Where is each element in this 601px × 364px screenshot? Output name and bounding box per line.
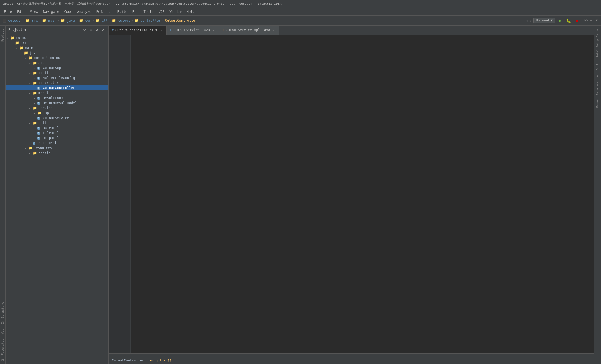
editor-breadcrumb: CutoutController › imgUpload() xyxy=(109,356,594,364)
tree-item-controller[interactable]: ▾📁controller xyxy=(6,80,108,85)
tab-icon-i3: I xyxy=(222,28,224,32)
right-panel: Rebel Setup Guide Ant Build Database Mav… xyxy=(594,26,601,364)
tab-close-3[interactable]: ✕ xyxy=(272,28,276,32)
main-layout: Project Z: Structure Web 2: Favorites Pr… xyxy=(0,26,601,364)
tree-item-static[interactable]: ▸📁static xyxy=(6,151,108,156)
tree-item-java[interactable]: ▾📁java xyxy=(6,50,108,55)
sidebar-toolbar: ⟳ ▤ ⚙ ✕ xyxy=(82,27,105,32)
menu-item-navigate[interactable]: Navigate xyxy=(41,9,61,14)
tree-item-ReturnResultModel[interactable]: ▸CReturnResultModel xyxy=(6,100,108,105)
tree-item-CutoutAop[interactable]: ▸CCutoutAop xyxy=(6,65,108,70)
breadcrumb-controller: 📁 controller xyxy=(134,19,161,23)
stop-button[interactable]: ■ xyxy=(573,17,580,24)
tree-item-src[interactable]: ▾📁src xyxy=(6,40,108,45)
tree-item-service[interactable]: ▾📁service xyxy=(6,105,108,110)
tree-item-com.ctl.cutout[interactable]: ▾📁com.ctl.cutout xyxy=(6,55,108,60)
breadcrumb-src: 📁 src xyxy=(26,19,38,23)
left-panel-tabs: Project Z: Structure Web 2: Favorites xyxy=(0,26,6,364)
code-editor xyxy=(109,35,594,353)
menu-item-tools[interactable]: Tools xyxy=(141,9,156,14)
menu-item-edit[interactable]: Edit xyxy=(15,9,27,14)
tree-item-aop[interactable]: ▾📁aop xyxy=(6,60,108,65)
menu-item-code[interactable]: Code xyxy=(62,9,75,14)
breadcrumb-nav: 📁 src › 📁 main › 📁 java › 📁 com › 📁 ctl … xyxy=(26,19,197,23)
line-numbers xyxy=(117,35,131,353)
tab-web[interactable]: Web xyxy=(0,326,6,336)
tab-cutout-service-impl[interactable]: I CutoutServiceimpl.java ✕ xyxy=(219,26,279,35)
project-icon: ⬛ xyxy=(2,19,6,23)
gutter-area xyxy=(109,35,117,353)
sync-btn[interactable]: ⟳ xyxy=(82,27,87,32)
menu-item-help[interactable]: Help xyxy=(184,9,197,14)
tree-item-cutout[interactable]: ▾📁cutout xyxy=(6,35,108,40)
tab-cutout-service[interactable]: C CutoutService.java ✕ xyxy=(167,26,219,35)
tree-item-utils[interactable]: ▾📁utils xyxy=(6,120,108,126)
tree-item-config[interactable]: ▾📁config xyxy=(6,70,108,75)
breadcrumb-java: 📁 java xyxy=(61,19,75,23)
menu-item-vcs[interactable]: VCS xyxy=(156,9,167,14)
debug-button[interactable]: 🐛 xyxy=(565,17,572,24)
breadcrumb-class: CutoutController xyxy=(165,19,197,23)
menu-item-build[interactable]: Build xyxy=(115,9,130,14)
tab-close-2[interactable]: ✕ xyxy=(211,28,215,32)
run-config[interactable]: Unnamed ▼ xyxy=(533,18,555,23)
tree-item-MulferFileConfig[interactable]: ▸CMulterFileConfig xyxy=(6,75,108,80)
menu-item-analyze[interactable]: Analyze xyxy=(75,9,93,14)
tab-label-1: CutoutController.java xyxy=(115,28,158,32)
menu-item-view[interactable]: View xyxy=(28,9,40,14)
tab-icon-c1: C xyxy=(112,29,114,32)
tab-project[interactable]: Project xyxy=(0,27,6,44)
project-tree: ▾📁cutout▾📁src▾📁main▾📁java▾📁com.ctl.cutou… xyxy=(6,34,108,364)
tree-item-FileUtil[interactable]: CFileUtil xyxy=(6,131,108,136)
tree-item-imp[interactable]: ▸📁imp xyxy=(6,110,108,115)
sidebar-title: Project ▼ xyxy=(8,28,26,32)
horizontal-scrollbar[interactable] xyxy=(109,353,594,356)
forward-btn[interactable]: ▷ xyxy=(530,19,532,23)
tree-item-main[interactable]: ▾📁main xyxy=(6,45,108,50)
back-btn[interactable]: ◁ xyxy=(526,19,528,23)
breadcrumb-com: 📁 com xyxy=(79,19,91,23)
tab-database[interactable]: Database xyxy=(595,79,600,97)
title-text: cutout [C:\进大龙股份公司SVN代码审核（实卡得）后台服务代码(cut… xyxy=(2,2,282,6)
tree-item-model[interactable]: ▾📁model xyxy=(6,90,108,95)
tab-icon-c2: C xyxy=(170,28,172,32)
tab-ant-build[interactable]: Ant Build xyxy=(595,60,600,79)
tree-item-HttpUtil[interactable]: CHttpUtil xyxy=(6,136,108,141)
project-sidebar: Project ▼ ⟳ ▤ ⚙ ✕ ▾📁cutout▾📁src▾📁main▾📁j… xyxy=(6,26,109,364)
toolbar: ⬛ cutout › 📁 src › 📁 main › 📁 java › 📁 c… xyxy=(0,16,601,26)
breadcrumb-ctl: 📁 ctl xyxy=(95,19,108,23)
tree-item-ResultEnum[interactable]: ▸CResultEnum xyxy=(6,95,108,100)
tab-structure[interactable]: Z: Structure xyxy=(0,300,6,326)
project-label[interactable]: cutout xyxy=(8,19,20,23)
tab-maven[interactable]: Maven xyxy=(595,97,600,110)
menu-bar: FileEditViewNavigateCodeAnalyzeRefactorB… xyxy=(0,8,601,16)
title-bar: cutout [C:\进大龙股份公司SVN代码审核（实卡得）后台服务代码(cut… xyxy=(0,0,601,8)
toolbar-right: ◁ ▷ Unnamed ▼ ▶ 🐛 ■ JRebel ▼ xyxy=(526,17,599,24)
gutter-16[interactable] xyxy=(109,35,117,41)
menu-item-window[interactable]: Window xyxy=(167,9,184,14)
menu-item-file[interactable]: File xyxy=(2,9,14,14)
jrebel-label[interactable]: JRebel ▼ xyxy=(582,19,599,22)
menu-item-run[interactable]: Run xyxy=(130,9,141,14)
tab-label-3: CutoutServiceimpl.java xyxy=(226,28,270,32)
close-sidebar-btn[interactable]: ✕ xyxy=(100,27,105,32)
tab-rebel-setup[interactable]: Rebel Setup Guide xyxy=(595,27,600,60)
breadcrumb-controller: CutoutController xyxy=(112,358,144,362)
collapse-all-btn[interactable]: ▤ xyxy=(88,27,93,32)
tree-item-CutoutController[interactable]: CCutoutController xyxy=(6,85,108,90)
tree-item-CutoutService[interactable]: CCutoutService xyxy=(6,115,108,120)
run-button[interactable]: ▶ xyxy=(557,17,563,24)
settings-btn[interactable]: ⚙ xyxy=(94,27,99,32)
tab-label-2: CutoutService.java xyxy=(174,28,210,32)
tab-close-1[interactable]: ✕ xyxy=(159,28,163,32)
menu-item-refactor[interactable]: Refactor xyxy=(94,9,115,14)
editor-tab-bar: C CutoutController.java ✕ C CutoutServic… xyxy=(109,26,594,35)
tree-item-DateUtil[interactable]: CDateUtil xyxy=(6,126,108,131)
tab-favorites[interactable]: 2: Favorites xyxy=(0,336,6,363)
tree-item-resources[interactable]: ▾📁resources xyxy=(6,146,108,151)
breadcrumb-main: 📁 main xyxy=(42,19,56,23)
tree-item-cutoutMain[interactable]: CcutoutMain xyxy=(6,141,108,146)
code-content[interactable] xyxy=(131,35,594,353)
tab-cutout-controller[interactable]: C CutoutController.java ✕ xyxy=(109,26,167,35)
breadcrumb-cutout: 📁 cutout xyxy=(112,19,130,23)
